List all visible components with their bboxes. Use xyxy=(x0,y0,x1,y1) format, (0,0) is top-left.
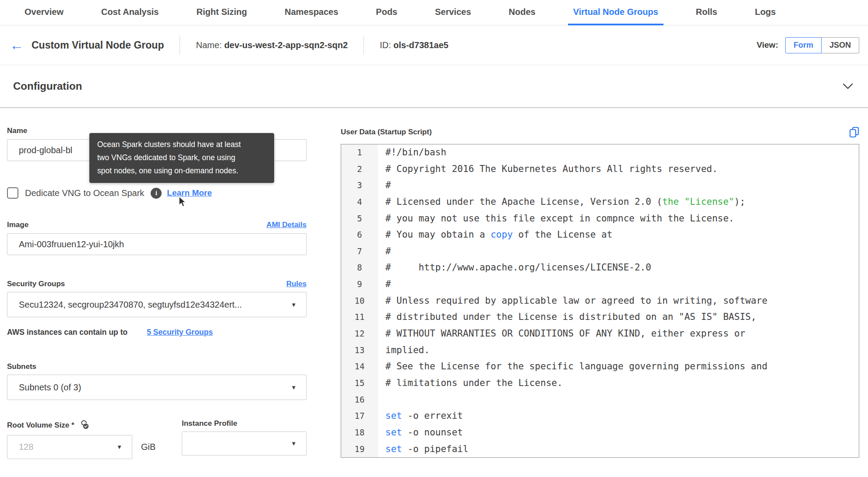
back-arrow-icon[interactable]: ← xyxy=(10,38,24,52)
chevron-down-icon[interactable] xyxy=(843,83,853,90)
line-number: 5 xyxy=(341,210,378,227)
code-line: 14# See the License for the specific lan… xyxy=(341,358,859,375)
virtual-node-group-page: OverviewCost AnalysisRight SizingNamespa… xyxy=(0,0,868,477)
root-volume-label: Root Volume Size * xyxy=(7,421,74,430)
code-text: # WITHOUT WARRANTIES OR CONDITIONS OF AN… xyxy=(378,326,745,342)
code-line: 10# Unless required by applicable law or… xyxy=(341,293,859,309)
code-text: # Licensed under the Apache License, Ver… xyxy=(378,194,745,210)
code-line: 1#!/bin/bash xyxy=(341,144,859,161)
configuration-title: Configuration xyxy=(13,80,82,92)
caret-down-icon: ▼ xyxy=(291,302,296,308)
link-check-icon xyxy=(79,419,89,431)
code-text: # you may not use this file except in co… xyxy=(378,210,734,227)
code-line: 12# WITHOUT WARRANTIES OR CONDITIONS OF … xyxy=(341,326,859,342)
dedicate-vng-label: Dedicate VNG to Ocean Spark xyxy=(25,188,144,198)
line-number: 3 xyxy=(341,177,378,194)
vng-name-label: Name: xyxy=(196,40,222,50)
five-security-groups-link[interactable]: 5 Security Groups xyxy=(147,328,213,337)
vng-name-value: dev-us-west-2-app-sqn2-sqn2 xyxy=(224,40,348,50)
vng-id: ID: ols-d7381ae5 xyxy=(380,40,448,50)
root-volume-placeholder: 128 xyxy=(19,442,33,452)
code-editor[interactable]: 1#!/bin/bash2# Copyright 2016 The Kubern… xyxy=(341,144,859,458)
vng-name: Name: dev-us-west-2-app-sqn2-sqn2 xyxy=(196,40,348,50)
line-number: 14 xyxy=(341,358,378,375)
line-number: 10 xyxy=(341,293,378,309)
header-divider xyxy=(180,35,180,55)
info-icon[interactable]: i xyxy=(151,188,162,199)
subnets-label: Subnets xyxy=(7,362,307,371)
code-text: # xyxy=(378,276,391,293)
line-number: 11 xyxy=(341,309,378,326)
image-field-group: Image AMI Details xyxy=(7,221,307,255)
line-number: 4 xyxy=(341,194,378,210)
root-volume-select[interactable]: 128 ▼ xyxy=(7,435,132,459)
page-header: ← Custom Virtual Node Group Name: dev-us… xyxy=(0,25,868,65)
code-text: # Unless required by applicable law or a… xyxy=(378,293,767,309)
tab-namespaces[interactable]: Namespaces xyxy=(279,0,343,25)
tab-overview[interactable]: Overview xyxy=(19,0,69,25)
mouse-cursor-icon xyxy=(178,196,187,209)
instance-profile-label: Instance Profile xyxy=(182,419,307,428)
code-line: 5# you may not use this file except in c… xyxy=(341,210,859,227)
bottom-fields-row: Root Volume Size * 128 ▼ GiB Instance Pr… xyxy=(7,419,307,459)
security-groups-select[interactable]: Secu12324, secgroup23470870, segtuyfsd12… xyxy=(7,292,307,317)
caret-down-icon: ▼ xyxy=(291,384,296,391)
code-text: set -o pipefail xyxy=(378,441,469,458)
code-line: 13implied. xyxy=(341,342,859,359)
content: Name Ocean Spark clusters should have at… xyxy=(0,108,868,459)
code-text: set -o errexit xyxy=(378,408,463,424)
code-text: # Copyright 2016 The Kubernetes Authors … xyxy=(378,161,718,178)
security-groups-hint-text: AWS instances can contain up to xyxy=(7,328,127,337)
tab-pods[interactable]: Pods xyxy=(370,0,402,25)
security-groups-hint: AWS instances can contain up to 5 Securi… xyxy=(7,328,307,337)
line-number: 16 xyxy=(341,392,378,408)
dedicate-vng-checkbox[interactable] xyxy=(7,187,18,199)
tab-nodes[interactable]: Nodes xyxy=(504,0,541,25)
code-line: 15# limitations under the License. xyxy=(341,375,859,392)
code-line: 7# xyxy=(341,243,859,260)
tab-cost-analysis[interactable]: Cost Analysis xyxy=(96,0,164,25)
tab-rolls[interactable]: Rolls xyxy=(691,0,723,25)
code-text: # You may obtain a copy of the License a… xyxy=(378,227,612,243)
security-groups-label: Security Groups xyxy=(7,280,65,288)
view-form-button[interactable]: Form xyxy=(785,37,822,53)
instance-profile-select[interactable]: ▼ xyxy=(182,431,307,456)
header-divider xyxy=(363,35,364,55)
instance-profile-field-group: Instance Profile ▼ xyxy=(182,419,307,459)
code-text: implied. xyxy=(378,342,430,359)
image-input[interactable] xyxy=(7,233,307,255)
code-line: 2# Copyright 2016 The Kubernetes Authors… xyxy=(341,161,859,178)
tab-virtual-node-groups[interactable]: Virtual Node Groups xyxy=(568,0,663,25)
rules-link[interactable]: Rules xyxy=(286,280,307,288)
subnets-field-group: Subnets Subnets 0 (of 3) ▼ xyxy=(7,362,307,400)
code-line: 3# xyxy=(341,177,859,194)
ami-details-link[interactable]: AMI Details xyxy=(266,221,307,229)
code-line: 16 xyxy=(341,392,859,408)
line-number: 2 xyxy=(341,161,378,178)
code-line: 8# http://www.apache.org/licenses/LICENS… xyxy=(341,260,859,276)
code-text: # http://www.apache.org/licenses/LICENSE… xyxy=(378,260,651,276)
subnets-value: Subnets 0 (of 3) xyxy=(19,382,81,393)
vng-id-value: ols-d7381ae5 xyxy=(393,40,448,50)
line-number: 12 xyxy=(341,326,378,342)
code-text: # See the License for the specific langu… xyxy=(378,358,767,375)
line-number: 17 xyxy=(341,408,378,424)
line-number: 1 xyxy=(341,144,378,161)
code-text xyxy=(378,392,385,408)
tab-services[interactable]: Services xyxy=(430,0,476,25)
tooltip-line: two VNGs dedicated to Spark, one using xyxy=(97,151,266,164)
code-text: #!/bin/bash xyxy=(378,144,446,161)
tab-right-sizing[interactable]: Right Sizing xyxy=(191,0,252,25)
view-json-button[interactable]: JSON xyxy=(822,37,859,53)
page-title: Custom Virtual Node Group xyxy=(32,39,164,51)
configuration-section-header[interactable]: Configuration xyxy=(0,65,868,108)
code-text: set -o nounset xyxy=(378,424,463,441)
vng-id-label: ID: xyxy=(380,40,391,50)
subnets-select[interactable]: Subnets 0 (of 3) ▼ xyxy=(7,375,307,400)
learn-more-link[interactable]: Learn More xyxy=(167,188,212,198)
copy-icon[interactable] xyxy=(849,126,859,138)
line-number: 15 xyxy=(341,375,378,392)
code-text: # distributed under the License is distr… xyxy=(378,309,756,326)
tab-logs[interactable]: Logs xyxy=(750,0,781,25)
code-line: 6# You may obtain a copy of the License … xyxy=(341,227,859,243)
